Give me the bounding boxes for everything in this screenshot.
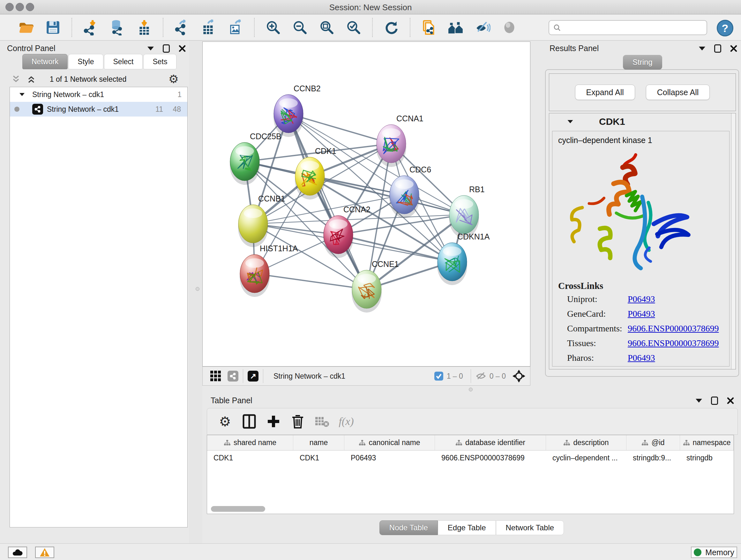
delete-column-trash-icon[interactable]: [289, 413, 307, 430]
collapse-all-button[interactable]: Collapse All: [646, 84, 710, 100]
birdseye-view-icon[interactable]: ↗: [248, 371, 259, 381]
column-header-database-identifier[interactable]: database identifier: [435, 435, 546, 450]
hide-selected-eye-icon[interactable]: [474, 18, 491, 37]
column-header-canonical-name[interactable]: canonical name: [344, 435, 435, 450]
network-node-CDK1[interactable]: [295, 157, 325, 199]
maximize-panel-icon[interactable]: [714, 44, 721, 53]
panel-splitter[interactable]: [189, 41, 202, 543]
network-node-CCNA2[interactable]: [323, 215, 353, 258]
zoom-selected-icon[interactable]: [345, 18, 362, 37]
crosslink-value-link[interactable]: 9606.ENSP00000378699: [628, 323, 719, 334]
network-node-CCNB1[interactable]: [238, 205, 268, 247]
table-cell[interactable]: CDK1: [207, 454, 293, 462]
expand-all-button[interactable]: Expand All: [575, 84, 635, 100]
float-panel-icon[interactable]: [699, 47, 705, 51]
network-list-icon[interactable]: [227, 371, 239, 381]
network-collection-row[interactable]: String Network – cdk1 1: [10, 87, 187, 102]
function-builder-icon[interactable]: f(x): [337, 413, 355, 430]
table-cell[interactable]: cyclin–dependent ...: [546, 454, 626, 462]
horizontal-scrollbar[interactable]: [211, 506, 265, 512]
column-header-shared-name[interactable]: shared name: [207, 435, 293, 450]
table-cell[interactable]: CDK1: [293, 454, 344, 462]
network-edge[interactable]: [288, 114, 367, 289]
entry-header[interactable]: CDK1: [549, 113, 736, 130]
table-options-gear-icon[interactable]: ⚙: [216, 413, 234, 430]
selected-checkbox-icon[interactable]: [434, 371, 444, 381]
zoom-fit-icon[interactable]: [318, 18, 336, 37]
collection-expand-icon[interactable]: [19, 93, 24, 96]
memory-button[interactable]: Memory: [691, 547, 737, 558]
table-cell[interactable]: stringdb: [680, 454, 734, 462]
cloud-status-button[interactable]: [8, 547, 27, 558]
tab-sets[interactable]: Sets: [143, 54, 177, 69]
status-bar: Memory: [0, 543, 741, 560]
close-panel-icon[interactable]: [730, 45, 737, 52]
export-table-icon[interactable]: [200, 18, 218, 37]
network-node-CDC6[interactable]: [389, 176, 419, 218]
maximize-panel-icon[interactable]: [711, 396, 718, 405]
tab-style[interactable]: Style: [68, 54, 103, 69]
table-cell[interactable]: stringdb:9...: [626, 454, 680, 462]
import-table-icon[interactable]: [135, 18, 153, 37]
network-node-CCNA1[interactable]: [376, 125, 406, 167]
save-session-icon[interactable]: [44, 18, 62, 37]
network-node-RB1[interactable]: [449, 195, 479, 238]
tab-edge-table[interactable]: Edge Table: [438, 520, 496, 535]
network-edge[interactable]: [338, 235, 452, 262]
column-header--id[interactable]: @id: [626, 435, 680, 450]
tab-node-table[interactable]: Node Table: [380, 520, 438, 535]
export-image-icon[interactable]: [226, 18, 245, 37]
import-network-from-database-icon[interactable]: [109, 18, 126, 37]
delete-table-icon[interactable]: [313, 413, 331, 430]
close-panel-icon[interactable]: [179, 45, 186, 52]
node-label-CCNA2: CCNA2: [343, 205, 370, 214]
network-node-CDKN1A[interactable]: [437, 243, 467, 285]
splitter-handle[interactable]: [469, 388, 473, 391]
network-edge[interactable]: [255, 273, 367, 289]
crosslink-value-link[interactable]: 9606.ENSP00000378699: [628, 338, 719, 348]
tab-network-table[interactable]: Network Table: [496, 520, 564, 535]
network-edge[interactable]: [288, 114, 391, 144]
crosslink-value-link[interactable]: P06493: [628, 353, 655, 363]
crosslink-value-link[interactable]: P06493: [628, 294, 655, 304]
grid-view-icon[interactable]: [210, 370, 222, 382]
first-neighbors-icon[interactable]: [447, 18, 465, 37]
show-all-eye-icon[interactable]: [500, 18, 518, 37]
tab-string[interactable]: String: [623, 55, 662, 70]
column-header-description[interactable]: description: [546, 435, 626, 450]
column-header-namespace[interactable]: namespace: [680, 435, 734, 450]
network-canvas[interactable]: CCNB2CCNA1CDC25BCDK1CDC6RB1CCNB1CCNA2CDK…: [202, 42, 530, 367]
table-row[interactable]: CDK1CDK1P064939606.ENSP00000378699cyclin…: [207, 450, 734, 465]
import-network-icon[interactable]: [82, 18, 99, 37]
network-row-selected[interactable]: String Network – cdk1 11 48: [10, 102, 187, 117]
network-node-CCNE1[interactable]: [352, 270, 382, 313]
network-node-CDC25B[interactable]: [230, 142, 260, 185]
network-node-HIST1H1A[interactable]: [240, 254, 270, 297]
crosslink-value-link[interactable]: P06493: [628, 309, 655, 319]
search-input[interactable]: [549, 20, 707, 35]
column-header-name[interactable]: name: [293, 435, 344, 450]
tab-select[interactable]: Select: [104, 54, 143, 69]
tab-network[interactable]: Network: [22, 54, 68, 69]
export-network-icon[interactable]: [173, 18, 191, 37]
close-panel-icon[interactable]: [727, 397, 734, 404]
warnings-button[interactable]: [35, 547, 54, 558]
float-panel-icon[interactable]: [147, 47, 154, 51]
float-panel-icon[interactable]: [696, 399, 702, 402]
zoom-in-icon[interactable]: [264, 18, 282, 37]
table-cell[interactable]: 9606.ENSP00000378699: [435, 454, 546, 462]
create-column-plus-icon[interactable]: [265, 413, 282, 430]
splitter-handle[interactable]: [196, 287, 199, 291]
maximize-panel-icon[interactable]: [163, 44, 170, 53]
results-scrollbar[interactable]: [731, 113, 735, 369]
open-session-icon[interactable]: [17, 18, 35, 37]
network-node-CCNB2[interactable]: [273, 95, 304, 137]
table-cell[interactable]: P06493: [344, 454, 435, 462]
fit-content-crosshair-icon[interactable]: [512, 369, 526, 383]
zoom-out-icon[interactable]: [291, 18, 309, 37]
refresh-icon[interactable]: [382, 18, 400, 37]
show-columns-icon[interactable]: [240, 413, 258, 430]
help-button[interactable]: ?: [717, 20, 733, 37]
clone-network-icon[interactable]: [420, 18, 438, 37]
entry-collapse-icon[interactable]: [568, 120, 573, 123]
